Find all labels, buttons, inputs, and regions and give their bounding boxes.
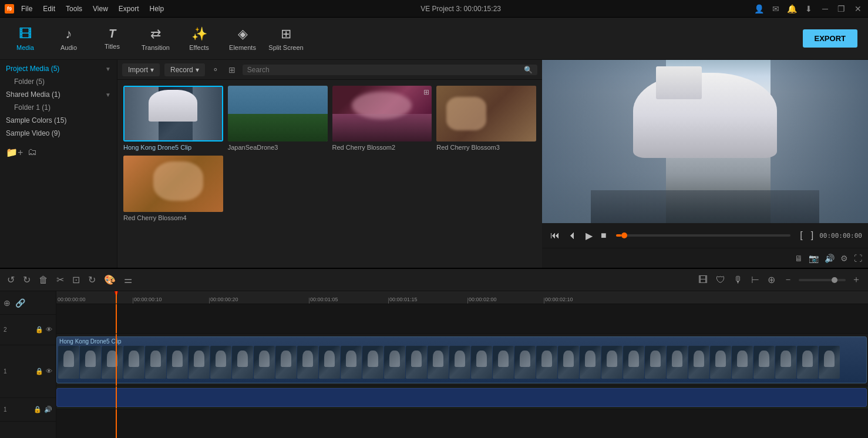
shared-media-item[interactable]: Shared Media (1) ▼ [0,88,117,101]
title-bar: f9 File Edit Tools View Export Help VE P… [0,0,868,18]
stop-btn[interactable]: ■ [598,229,609,242]
ruler-mark-4: 00:00:01:15 [389,297,418,302]
add-folder-icon[interactable]: 📁+ [6,147,23,158]
frame-35 [797,346,818,378]
cut-btn[interactable]: ✂ [54,273,66,287]
track-a1-speaker[interactable]: 🔊 [44,406,52,413]
grid-view-icon[interactable]: ⊞ [226,64,238,76]
undo-btn[interactable]: ↺ [5,273,17,287]
toolbar-elements[interactable]: ◈ Elements [222,20,263,58]
skip-back-btn[interactable]: ⏮ [548,229,562,242]
project-media-item[interactable]: Project Media (5) ▼ [0,62,117,75]
search-input[interactable] [247,66,522,74]
filmstrip-icon[interactable]: 🎞 [696,274,710,287]
crop-btn[interactable]: ⊡ [70,273,82,287]
add-track-icon[interactable]: ⊕ [4,298,11,308]
zoom-slider[interactable] [799,279,846,281]
fullscreen-icon[interactable]: ⛶ [854,254,862,263]
rotate-btn[interactable]: ↻ [86,273,98,287]
ruler-mark-2: 00:00:00:20 [210,297,238,302]
menu-tools[interactable]: Tools [62,4,86,14]
frame-26 [601,346,623,378]
frame-20 [471,346,492,378]
toolbar-titles[interactable]: T Titles [92,20,133,58]
mic-icon[interactable]: 🎙 [731,274,745,287]
audio-clip-1[interactable] [56,388,867,407]
folder-item[interactable]: Folder (5) [0,75,117,88]
media-thumb-5[interactable]: ⊞ Red Cherry Blossom4 [123,156,223,221]
redo-btn[interactable]: ↻ [21,273,33,287]
frame-14 [341,346,362,378]
bracket-in-icon[interactable]: [ [798,229,805,242]
media-thumb-2[interactable]: ⊞ JapanSeaDrone3 [228,86,328,151]
track-a1-lock[interactable]: 🔒 [33,406,42,413]
track-v1-eye[interactable]: 👁 [46,368,52,375]
progress-bar[interactable] [616,234,791,237]
frame-16 [384,346,405,378]
toolbar-audio[interactable]: ♪ Audio [48,20,89,58]
video-clip-1[interactable]: Hong Kong Drone5 Clip [56,336,867,383]
folder1-item[interactable]: Folder 1 (1) [0,101,117,114]
import-button[interactable]: Import ▾ [122,63,160,76]
toolbar-media[interactable]: 🎞 Media [5,20,46,58]
shield-icon[interactable]: 🛡 [714,274,728,287]
menu-export[interactable]: Export [115,4,143,14]
menu-help[interactable]: Help [146,4,168,14]
link-icon[interactable]: ⊕ [765,273,778,287]
search-icon[interactable]: 🔍 [524,66,533,74]
frame-32 [732,346,753,378]
toolbar-effects[interactable]: ✨ Effects [179,20,220,58]
track-v1-lock[interactable]: 🔒 [35,368,43,375]
folder1-label: Folder 1 (1) [14,103,51,112]
sample-video-item[interactable]: Sample Video (9) [0,127,117,140]
export-button[interactable]: EXPORT [803,29,857,48]
sample-colors-item[interactable]: Sample Colors (15) [0,114,117,127]
menu-view[interactable]: View [89,4,112,14]
delete-btn[interactable]: 🗑 [36,274,51,287]
media-thumb-1[interactable]: ⊞ ✓ Hong Kong Drone5 Clip [123,86,223,151]
filter-icon[interactable]: ⚬ [210,64,221,76]
camera-icon[interactable]: 📷 [809,254,819,263]
track-v2-row [56,304,868,334]
record-button[interactable]: Record ▾ [164,63,205,76]
media-thumb-4[interactable]: ⊞ Red Cherry Blossom3 [436,86,536,151]
title-bar-left: f9 File Edit Tools View Export Help [5,4,167,14]
adjust-btn[interactable]: ⚌ [122,273,134,287]
zoom-out-icon[interactable]: － [781,272,795,287]
close-btn[interactable]: ✕ [853,4,863,14]
ruler-mark-1: 00:00:00:10 [134,297,162,302]
frame-28 [645,346,666,378]
track-label-v2: 2 🔒 👁 [0,315,56,345]
track-v1-row[interactable]: Hong Kong Drone5 Clip [56,334,868,386]
thumb-label-4: Red Cherry Blossom3 [436,144,536,151]
menu-edit[interactable]: Edit [39,4,59,14]
account-icon[interactable]: 👤 [754,4,765,14]
bell-icon[interactable]: 🔔 [787,4,798,14]
split-icon[interactable]: ⊢ [749,273,762,287]
download-icon[interactable]: ⬇ [803,4,814,14]
zoom-in-icon[interactable]: ＋ [849,272,863,287]
frame-6 [167,346,188,378]
play-btn[interactable]: ▶ [583,229,595,242]
bracket-out-icon[interactable]: ] [809,229,816,242]
volume-icon[interactable]: 🔊 [825,254,835,263]
toolbar-transition[interactable]: ⇄ Transition [135,20,176,58]
left-panel: Project Media (5) ▼ Folder (5) Shared Me… [0,60,117,268]
new-folder-icon[interactable]: 🗂 [28,147,37,158]
zoom-thumb [832,277,837,283]
media-thumb-3[interactable]: ⊞ Red Cherry Blossom2 [332,86,432,151]
message-icon[interactable]: ✉ [771,4,781,14]
toolbar-splitscreen[interactable]: ⊞ Split Screen [265,20,307,58]
monitor-icon[interactable]: 🖥 [795,254,803,263]
restore-btn[interactable]: ❐ [836,4,847,14]
frame-2 [80,346,101,378]
minimize-btn[interactable]: ─ [820,4,830,14]
step-back-btn[interactable]: ⏴ [566,229,580,242]
menu-file[interactable]: File [18,4,36,14]
settings-icon[interactable]: ⚙ [840,254,848,263]
link-tracks-icon[interactable]: 🔗 [15,298,25,308]
track-v2-lock[interactable]: 🔒 [35,326,43,333]
color-btn[interactable]: 🎨 [102,273,118,287]
track-v2-eye[interactable]: 👁 [46,326,52,333]
track-a1-row[interactable] [56,386,868,409]
